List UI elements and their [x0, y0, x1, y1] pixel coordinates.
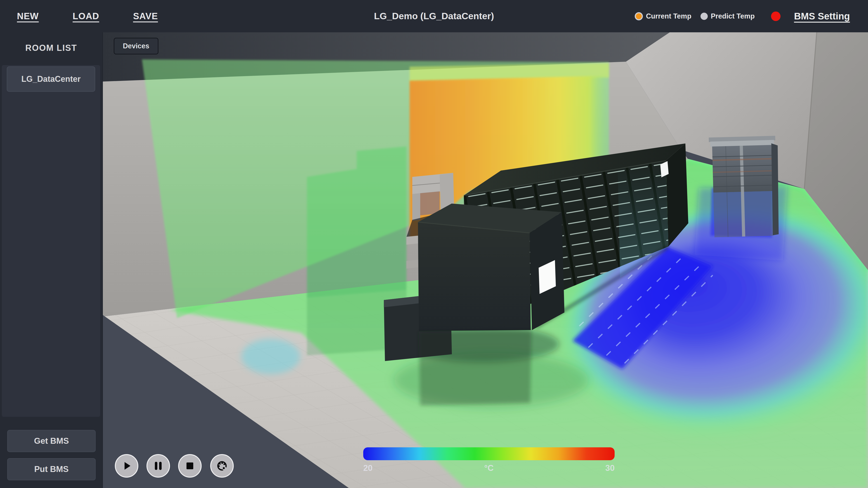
scale-max-label: 30: [605, 463, 615, 473]
record-indicator-icon: [771, 11, 780, 21]
current-temp-option[interactable]: Current Temp: [635, 12, 691, 20]
cabinet-reflection: [419, 330, 531, 405]
get-bms-button[interactable]: Get BMS: [7, 430, 96, 452]
stop-icon: [184, 460, 196, 472]
devices-button[interactable]: Devices: [114, 38, 158, 55]
predict-temp-option[interactable]: Predict Temp: [701, 12, 755, 20]
bms-setting-link[interactable]: BMS Setting: [794, 11, 850, 22]
app-window: NEW LOAD SAVE LG_Demo (LG_DataCenter) Cu…: [0, 0, 868, 488]
cool-spot: [241, 339, 300, 374]
current-temp-label: Current Temp: [646, 12, 691, 20]
sidebar: ROOM LIST LG_DataCenter Get BMS Put BMS: [0, 32, 103, 488]
temperature-scale-labels: 20 °C 30: [363, 463, 615, 473]
room-list-title: ROOM LIST: [0, 43, 102, 53]
crac-unit: [709, 136, 780, 237]
viewport-3d[interactable]: Devices: [102, 32, 868, 488]
menu-save[interactable]: SAVE: [133, 11, 158, 21]
palette-icon: [216, 459, 228, 472]
room-list-panel: LG_DataCenter: [2, 65, 100, 417]
pause-icon: [152, 460, 164, 472]
scale-min-label: 20: [363, 463, 373, 473]
scene-3d-render[interactable]: [102, 32, 868, 488]
topbar-right-group: Current Temp Predict Temp BMS Setting: [635, 0, 850, 32]
put-bms-button[interactable]: Put BMS: [7, 458, 96, 480]
palette-button[interactable]: [210, 454, 234, 478]
top-bar: NEW LOAD SAVE LG_Demo (LG_DataCenter) Cu…: [0, 0, 868, 32]
menu-load[interactable]: LOAD: [72, 11, 99, 21]
cabinet-front-face: [418, 222, 531, 331]
wall-through-opening: [420, 191, 440, 215]
current-temp-radio-icon: [635, 12, 643, 20]
play-button[interactable]: [115, 454, 138, 478]
predict-temp-label: Predict Temp: [711, 12, 755, 20]
stop-button[interactable]: [178, 454, 202, 478]
pause-button[interactable]: [147, 454, 170, 478]
room-item-lg-datacenter[interactable]: LG_DataCenter: [7, 66, 95, 92]
temperature-scale-bar: [363, 447, 615, 460]
predict-temp-radio-icon: [701, 13, 708, 20]
main-menu: NEW LOAD SAVE: [17, 0, 158, 32]
play-icon: [121, 460, 132, 472]
scale-unit-label: °C: [484, 463, 494, 473]
menu-new[interactable]: NEW: [17, 11, 39, 21]
